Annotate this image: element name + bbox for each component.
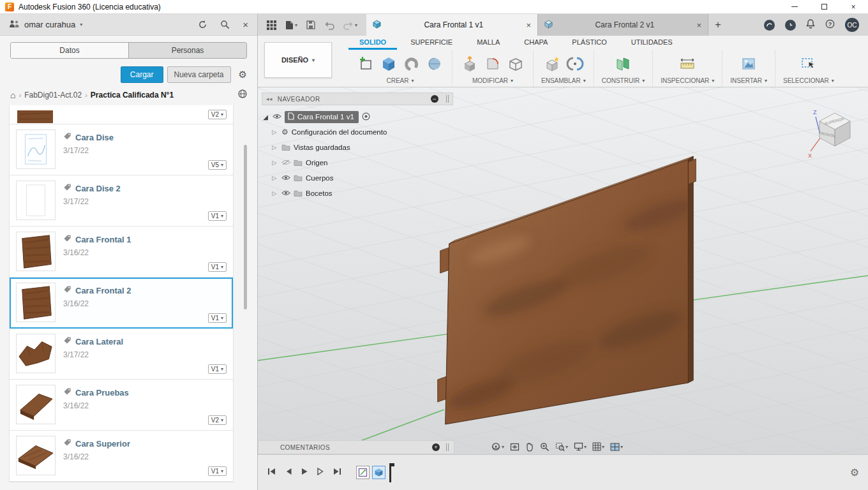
globe-icon[interactable] (238, 89, 247, 100)
workspace-selector[interactable]: DISEÑO ▾ (264, 42, 332, 78)
visibility-eye-off-icon[interactable] (281, 159, 290, 167)
shell-icon[interactable] (506, 54, 525, 73)
home-icon[interactable]: ⌂ (10, 90, 15, 100)
ribbon-tab-chapa[interactable]: CHAPA (513, 36, 558, 50)
close-panel-icon[interactable]: × (243, 19, 248, 30)
select-icon[interactable] (799, 54, 818, 73)
list-item[interactable]: Cara Pruebas 3/16/22 V2▾ (10, 380, 233, 431)
group-dropdown-modificar[interactable]: MODIFICAR▾ (472, 77, 513, 84)
visibility-eye-icon[interactable] (281, 189, 290, 197)
browser-node-named-views[interactable]: ▷ Vistas guardadas (271, 140, 453, 155)
press-pull-icon[interactable] (460, 54, 479, 73)
file-menu-button[interactable]: ▾ (285, 20, 297, 30)
notifications-bell-icon[interactable] (806, 19, 815, 31)
user-menu[interactable]: omar curahua ▾ (9, 20, 82, 30)
new-folder-button[interactable]: Nueva carpeta (167, 66, 231, 83)
maximize-button[interactable] (809, 0, 839, 14)
joint-icon[interactable] (565, 54, 585, 73)
list-item[interactable]: Cara Frontal 1 3/16/22 V1▾ (10, 226, 233, 278)
ribbon-tab-superficie[interactable]: SUPERFICIE (400, 36, 463, 50)
expand-icon[interactable]: ▷ (271, 190, 278, 197)
profile-avatar[interactable]: OC (845, 18, 859, 32)
undo-button[interactable] (324, 21, 334, 29)
version-dropdown[interactable]: V1▾ (208, 262, 227, 272)
save-button[interactable] (306, 20, 315, 29)
ribbon-tab-plastico[interactable]: PLÁSTICO (561, 36, 617, 50)
redo-button[interactable]: ▾ (343, 21, 357, 29)
refresh-icon[interactable] (198, 20, 207, 29)
show-data-panel-button[interactable] (267, 20, 276, 30)
new-document-tab-button[interactable]: + (708, 14, 728, 36)
panel-grip[interactable] (446, 443, 449, 451)
group-dropdown-construir[interactable]: CONSTRUIR▾ (602, 77, 645, 84)
measure-icon[interactable] (678, 54, 697, 73)
timeline-sketch-feature[interactable] (356, 466, 370, 479)
activate-radio-icon[interactable] (362, 112, 370, 122)
scrollbar[interactable] (244, 145, 247, 309)
insert-canvas-icon[interactable] (739, 54, 758, 73)
list-item[interactable]: Cara Lateral 3/17/22 V1▾ (10, 329, 233, 380)
browser-node-sketches[interactable]: ▷ Bocetos (271, 186, 453, 201)
group-dropdown-insertar[interactable]: INSERTAR▾ (730, 77, 767, 84)
sweep-icon[interactable] (402, 54, 421, 73)
breadcrumb-folder[interactable]: FabDig01-Act.02 (24, 91, 82, 100)
list-item[interactable]: Cara Dise 3/17/22 V5▾ (10, 124, 233, 175)
panel-grip[interactable] (446, 95, 449, 103)
expand-icon[interactable]: ▷ (271, 144, 278, 151)
minimize-button[interactable] (780, 0, 809, 14)
fillet-icon[interactable] (483, 54, 502, 73)
play-icon[interactable] (301, 467, 308, 478)
grid-settings-icon[interactable]: ▾ (590, 440, 606, 453)
visibility-eye-icon[interactable] (281, 174, 290, 182)
go-to-start-icon[interactable] (267, 467, 276, 478)
expand-icon[interactable]: ◢ (262, 114, 269, 121)
list-item-selected[interactable]: Cara Frontal 2 3/16/22 V1▾ (10, 278, 233, 329)
job-status-clock-icon[interactable] (785, 20, 796, 31)
comments-panel[interactable]: COMENTARIOS + (258, 440, 454, 454)
add-comment-icon[interactable]: + (432, 443, 440, 451)
expand-icon[interactable]: ▷ (271, 175, 278, 181)
pan-hand-icon[interactable] (523, 440, 536, 453)
timeline-position-marker[interactable] (389, 463, 391, 482)
group-dropdown-seleccionar[interactable]: SELECCIONAR▾ (783, 77, 834, 84)
browser-root-row[interactable]: ◢ Cara Frontal 1 v1 (262, 109, 453, 124)
zoom-icon[interactable] (538, 440, 551, 453)
collapse-panel-icon[interactable]: ◂◂ (266, 96, 273, 102)
ribbon-tab-solido[interactable]: SOLIDO (348, 36, 397, 50)
create-sketch-icon[interactable] (356, 54, 375, 73)
version-dropdown[interactable]: V5▾ (208, 160, 227, 170)
display-settings-icon[interactable]: ▾ (572, 440, 588, 453)
ribbon-tab-malla[interactable]: MALLA (466, 36, 511, 50)
close-tab-icon[interactable]: × (526, 20, 531, 30)
version-dropdown[interactable]: V1▾ (208, 313, 227, 323)
browser-node-bodies[interactable]: ▷ Cuerpos (271, 170, 453, 186)
search-icon[interactable] (220, 20, 230, 29)
view-cube[interactable]: Z X SUPERIOR FRONTAL (805, 104, 860, 165)
group-dropdown-ensamblar[interactable]: ENSAMBLAR▾ (541, 77, 586, 84)
visibility-eye-icon[interactable] (273, 113, 281, 121)
version-dropdown[interactable]: V1▾ (208, 364, 227, 374)
list-item[interactable]: V2▾ (10, 105, 233, 124)
list-item[interactable]: Cara Dise 2 3/17/22 V1▾ (10, 175, 233, 226)
ribbon-tab-utilidades[interactable]: UTILIDADES (620, 36, 684, 50)
step-forward-icon[interactable] (317, 467, 324, 478)
online-status-icon[interactable] (764, 20, 775, 31)
timeline-settings-gear-icon[interactable]: ⚙ (850, 466, 859, 479)
viewports-icon[interactable]: ▾ (608, 440, 625, 453)
panel-settings-gear-icon[interactable]: ⚙ (239, 69, 247, 80)
upload-button[interactable]: Cargar (121, 66, 163, 83)
timeline-extrude-feature[interactable] (372, 466, 385, 479)
browser-node-origin[interactable]: ▷ Origen (271, 155, 453, 170)
close-button[interactable]: × (839, 0, 868, 14)
zoom-window-icon[interactable]: ▾ (553, 440, 570, 453)
version-dropdown[interactable]: V2▾ (208, 110, 227, 119)
new-component-icon[interactable] (542, 54, 562, 73)
extrude-icon[interactable] (379, 54, 398, 73)
orbit-icon[interactable]: ▾ (489, 440, 506, 453)
expand-icon[interactable]: ▷ (271, 160, 278, 166)
group-dropdown-crear[interactable]: CREAR▾ (386, 77, 414, 84)
version-dropdown[interactable]: V2▾ (208, 415, 227, 425)
version-dropdown[interactable]: V1▾ (208, 466, 227, 476)
group-dropdown-inspeccionar[interactable]: INSPECCIONAR▾ (661, 77, 714, 84)
step-back-icon[interactable] (285, 467, 292, 478)
